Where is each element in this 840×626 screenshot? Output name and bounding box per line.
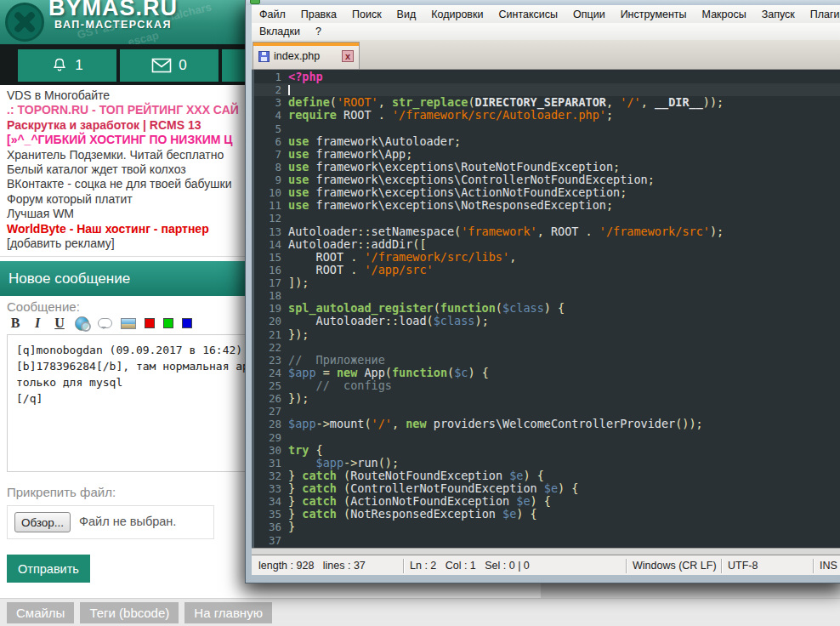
tab-index-php[interactable]: index.php x	[253, 42, 360, 69]
code-line[interactable]: 27	[254, 405, 840, 418]
code-line[interactable]: 20 Autoloader::load($class);	[254, 315, 840, 327]
menu-файл[interactable]: Файл	[252, 6, 293, 23]
code-line[interactable]: 4require ROOT . '/framework/src/Autoload…	[254, 109, 840, 122]
code-line[interactable]: 12	[254, 212, 840, 225]
line-number: 27	[254, 405, 281, 418]
code-line[interactable]: 16 ROOT . '/app/src'	[254, 264, 840, 276]
horizontal-scrollbar[interactable]	[252, 548, 840, 555]
menu-правка[interactable]: Правка	[293, 6, 344, 23]
menu-поиск[interactable]: Поиск	[344, 6, 389, 23]
notifications-button[interactable]: 1	[18, 49, 116, 82]
bold-button[interactable]: B	[9, 316, 22, 331]
line-number: 9	[254, 174, 281, 186]
status-caret-stats: Ln : 2 Col : 1 Sel : 0 | 0	[410, 555, 530, 575]
menu-синтаксисы[interactable]: Синтаксисы	[491, 6, 565, 23]
code-line[interactable]: 35} catch (NotResponsedException $e) {	[254, 508, 840, 521]
code-line[interactable]: 5	[254, 122, 840, 135]
menu-макросы[interactable]: Макросы	[695, 6, 754, 23]
line-number: 35	[254, 508, 281, 521]
code-line[interactable]: 21});	[254, 328, 840, 341]
tab-close-icon[interactable]: x	[342, 50, 354, 62]
code-line[interactable]: 30try {	[254, 444, 840, 457]
panel-title: Новое сообщение	[9, 261, 130, 296]
code-line[interactable]: 25 // configs	[254, 379, 840, 392]
menu-запуск[interactable]: Запуск	[754, 6, 803, 23]
blue-color-swatch[interactable]	[182, 318, 192, 328]
line-number: 13	[254, 225, 281, 238]
footer-button[interactable]: Теги (bbcode)	[80, 602, 179, 623]
line-number: 33	[254, 482, 281, 495]
code-line[interactable]: 13Autoloader::setNamespace('framework', …	[254, 225, 840, 238]
code-line[interactable]: 26});	[254, 392, 840, 405]
menu-?[interactable]: ?	[308, 23, 329, 40]
code-line[interactable]: 24$app = new App(function($c) {	[254, 367, 840, 379]
message-label: Сообщение:	[7, 299, 80, 314]
image-icon[interactable]	[121, 318, 136, 329]
line-number: 7	[254, 148, 281, 161]
code-line[interactable]: 14Autoloader::addDir([	[254, 238, 840, 251]
code-line[interactable]: 9use framework\exceptions\ControllerNotF…	[254, 174, 840, 186]
code-line[interactable]: 1<?php	[254, 71, 840, 83]
messages-button[interactable]: 0	[120, 49, 219, 82]
bell-icon	[51, 57, 68, 74]
code-line[interactable]: 6use framework\Autoloader;	[254, 135, 840, 148]
code-line[interactable]: 19spl_autoload_register(function($class)…	[254, 302, 840, 315]
status-doc-stats: length : 928 lines : 37	[258, 555, 366, 575]
code-line[interactable]: 34} catch (ActionNotFoundException $e) {	[254, 495, 840, 508]
text-caret	[288, 85, 290, 95]
code-line[interactable]: 36}	[254, 521, 840, 533]
screen: GST as $_ ialchars escap BYMAS.RU ВАП-МА…	[0, 0, 840, 626]
line-number: 1	[254, 71, 281, 83]
footer-button[interactable]: Смайлы	[7, 602, 74, 623]
line-number: 32	[254, 469, 281, 482]
code-editor[interactable]: 1<?php23define('ROOT', str_replace(DIREC…	[252, 70, 840, 548]
footer-button[interactable]: На главную	[184, 602, 272, 623]
code-line[interactable]: 37	[254, 534, 840, 547]
code-line[interactable]: 10use framework\exceptions\ActionNotFoun…	[254, 186, 840, 199]
code-line[interactable]: 11use framework\exceptions\NotResponsedE…	[254, 199, 840, 212]
menu-опции[interactable]: Опции	[565, 6, 613, 23]
line-number: 25	[254, 379, 281, 392]
line-number: 3	[254, 96, 281, 109]
site-logo-tools-icon[interactable]	[5, 3, 44, 42]
code-line[interactable]: 8use framework\exceptions\RouteNotFoundE…	[254, 161, 840, 174]
status-encoding: UTF-8	[728, 555, 758, 575]
line-number: 24	[254, 367, 281, 379]
menu-кодировки[interactable]: Кодировки	[423, 6, 491, 23]
code-line[interactable]: 28$app->mount('/', new providers\Welcome…	[254, 418, 840, 430]
code-line[interactable]: 18	[254, 289, 840, 302]
code-line[interactable]: 31 $app->run();	[254, 457, 840, 469]
menubar-row2: Вкладки?	[252, 23, 840, 40]
line-number: 34	[254, 495, 281, 508]
line-number: 16	[254, 264, 281, 276]
quote-bubble-icon[interactable]	[98, 318, 112, 328]
code-line[interactable]: 29	[254, 431, 840, 444]
code-line[interactable]: 15 ROOT . '/framework/src/libs',	[254, 251, 840, 264]
red-color-swatch[interactable]	[145, 318, 155, 328]
menu-инструменты[interactable]: Инструменты	[613, 6, 695, 23]
active-tab-color-bar	[253, 43, 359, 46]
italic-button[interactable]: I	[31, 316, 44, 331]
code-line[interactable]: 33} catch (ControllerNotFoundException $…	[254, 482, 840, 495]
status-eol: Windows (CR LF)	[633, 555, 717, 575]
menu-плагины[interactable]: Плагины	[803, 6, 840, 23]
browse-button[interactable]: Обзор...	[14, 512, 71, 532]
code-line[interactable]: 7use framework\App;	[254, 148, 840, 161]
line-number: 5	[254, 122, 281, 135]
underline-button[interactable]: U	[53, 316, 66, 331]
code-line[interactable]: 23// Приложение	[254, 354, 840, 367]
green-color-swatch[interactable]	[163, 318, 173, 328]
code-line[interactable]: 2	[254, 83, 840, 96]
menu-вид[interactable]: Вид	[389, 6, 424, 23]
code-line[interactable]: 3define('ROOT', str_replace(DIRECTORY_SE…	[254, 96, 840, 109]
send-button[interactable]: Отправить	[7, 555, 90, 583]
line-number: 19	[254, 302, 281, 315]
code-line[interactable]: 22	[254, 341, 840, 354]
link-icon[interactable]	[75, 316, 89, 331]
code-line[interactable]: 17]);	[254, 276, 840, 289]
menu-вкладки[interactable]: Вкладки	[252, 23, 308, 40]
status-typing-mode[interactable]: INS	[820, 555, 837, 575]
line-number: 22	[254, 341, 281, 354]
code-line[interactable]: 32} catch (RouteNotFoundException $e) {	[254, 469, 840, 482]
line-number: 29	[254, 431, 281, 444]
